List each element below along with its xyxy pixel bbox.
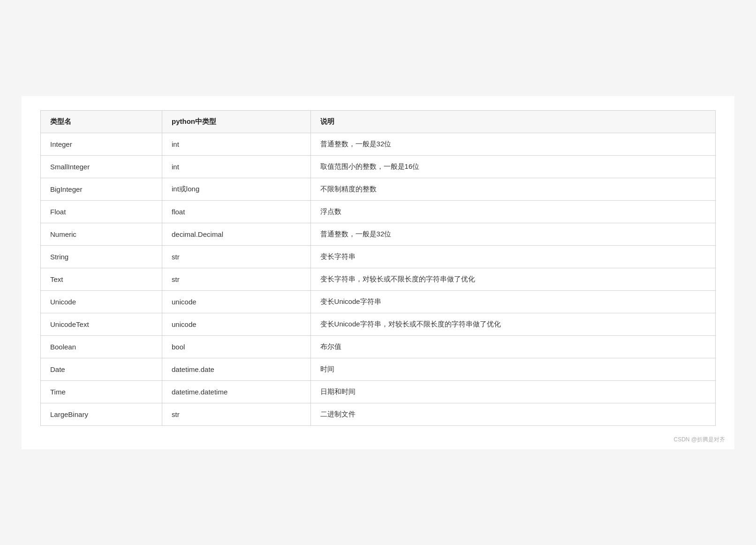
cell-python-type: bool — [162, 335, 311, 358]
table-row: Booleanbool布尔值 — [41, 335, 716, 358]
table-row: BigIntegerint或long不限制精度的整数 — [41, 178, 716, 200]
cell-description: 浮点数 — [310, 200, 715, 223]
page-wrapper: 类型名 python中类型 说明 Integerint普通整数，一般是32位Sm… — [22, 96, 734, 449]
cell-python-type: unicode — [162, 313, 311, 335]
header-type-name: 类型名 — [41, 110, 162, 133]
table-row: Numericdecimal.Decimal普通整数，一般是32位 — [41, 223, 716, 245]
cell-type-name: Text — [41, 268, 162, 290]
header-description: 说明 — [310, 110, 715, 133]
cell-description: 日期和时间 — [310, 380, 715, 403]
cell-python-type: str — [162, 403, 311, 425]
cell-type-name: Boolean — [41, 335, 162, 358]
cell-python-type: unicode — [162, 290, 311, 313]
table-row: Stringstr变长字符串 — [41, 245, 716, 268]
cell-type-name: BigInteger — [41, 178, 162, 200]
cell-description: 变长字符串 — [310, 245, 715, 268]
header-python-type: python中类型 — [162, 110, 311, 133]
cell-description: 取值范围小的整数，一般是16位 — [310, 155, 715, 178]
cell-python-type: decimal.Decimal — [162, 223, 311, 245]
cell-python-type: datetime.datetime — [162, 380, 311, 403]
table-row: Textstr变长字符串，对较长或不限长度的字符串做了优化 — [41, 268, 716, 290]
cell-type-name: Time — [41, 380, 162, 403]
watermark: CSDN @折腾是对齐 — [673, 436, 725, 444]
table-row: Integerint普通整数，一般是32位 — [41, 133, 716, 155]
cell-description: 不限制精度的整数 — [310, 178, 715, 200]
cell-python-type: float — [162, 200, 311, 223]
cell-type-name: String — [41, 245, 162, 268]
table-row: UnicodeTextunicode变长Unicode字符串，对较长或不限长度的… — [41, 313, 716, 335]
table-row: Floatfloat浮点数 — [41, 200, 716, 223]
table-row: Unicodeunicode变长Unicode字符串 — [41, 290, 716, 313]
table-row: SmallIntegerint取值范围小的整数，一般是16位 — [41, 155, 716, 178]
cell-type-name: LargeBinary — [41, 403, 162, 425]
cell-description: 时间 — [310, 358, 715, 380]
cell-type-name: Date — [41, 358, 162, 380]
table-row: LargeBinarystr二进制文件 — [41, 403, 716, 425]
cell-python-type: str — [162, 268, 311, 290]
cell-type-name: Numeric — [41, 223, 162, 245]
cell-python-type: str — [162, 245, 311, 268]
cell-type-name: UnicodeText — [41, 313, 162, 335]
cell-type-name: Float — [41, 200, 162, 223]
cell-description: 普通整数，一般是32位 — [310, 223, 715, 245]
data-types-table: 类型名 python中类型 说明 Integerint普通整数，一般是32位Sm… — [40, 110, 716, 426]
table-row: Timedatetime.datetime日期和时间 — [41, 380, 716, 403]
cell-description: 布尔值 — [310, 335, 715, 358]
cell-description: 二进制文件 — [310, 403, 715, 425]
cell-python-type: int或long — [162, 178, 311, 200]
cell-description: 普通整数，一般是32位 — [310, 133, 715, 155]
cell-type-name: Unicode — [41, 290, 162, 313]
cell-python-type: int — [162, 133, 311, 155]
cell-python-type: datetime.date — [162, 358, 311, 380]
cell-description: 变长字符串，对较长或不限长度的字符串做了优化 — [310, 268, 715, 290]
cell-type-name: SmallInteger — [41, 155, 162, 178]
table-row: Datedatetime.date时间 — [41, 358, 716, 380]
cell-description: 变长Unicode字符串 — [310, 290, 715, 313]
cell-type-name: Integer — [41, 133, 162, 155]
table-header-row: 类型名 python中类型 说明 — [41, 110, 716, 133]
cell-description: 变长Unicode字符串，对较长或不限长度的字符串做了优化 — [310, 313, 715, 335]
cell-python-type: int — [162, 155, 311, 178]
